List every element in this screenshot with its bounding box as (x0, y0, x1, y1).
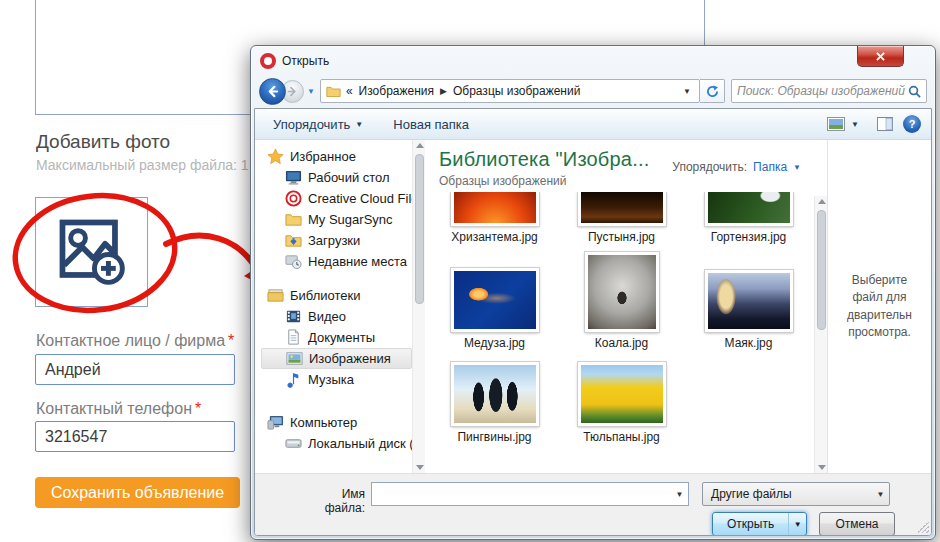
help-icon: ? (909, 118, 916, 130)
cancel-button[interactable]: Отмена (819, 512, 895, 536)
sidebar-group-computer[interactable]: Компьютер (261, 412, 412, 433)
contact-phone-input[interactable] (35, 421, 235, 452)
preview-pane: Выберите файл для дварительн просмотра. (827, 140, 931, 473)
file-item[interactable]: Пустыня.jpg (558, 192, 685, 244)
star-icon (267, 148, 284, 165)
computer-icon (267, 414, 284, 431)
contact-name-label-text: Контактное лицо / фирма (36, 332, 225, 349)
library-subtitle: Образцы изображений (439, 174, 813, 188)
breadcrumb-separator-icon: ▶ (440, 86, 447, 96)
sidebar-item-local-disk[interactable]: Локальный диск (C (261, 433, 412, 454)
help-button[interactable]: ? (903, 115, 921, 133)
save-ad-button[interactable]: Сохранить объявление (35, 477, 240, 508)
file-item[interactable]: Коала.jpg (558, 252, 685, 350)
scroll-up-icon[interactable] (415, 141, 424, 150)
scroll-down-icon[interactable] (817, 463, 826, 472)
group-label: Избранное (290, 149, 356, 164)
filename-label: Имя файла: (303, 487, 365, 515)
views-caret-icon: ▼ (851, 120, 859, 129)
scrollbar-thumb[interactable] (415, 154, 424, 304)
back-button[interactable] (259, 78, 286, 105)
file-item[interactable]: Хризантема.jpg (431, 192, 558, 244)
file-item[interactable]: Тюльпаны.jpg (558, 362, 685, 444)
required-asterisk: * (195, 400, 201, 417)
file-thumbnail (578, 362, 666, 426)
contact-name-label: Контактное лицо / фирма* (36, 332, 234, 350)
sidebar-scrollbar[interactable] (412, 140, 425, 473)
file-grid: Хризантема.jpg Пустыня.jpg Гортензия.jpg (431, 192, 813, 473)
dialog-titlebar[interactable]: Открыть (251, 46, 935, 76)
file-thumbnail (705, 270, 793, 332)
file-thumbnail (578, 192, 666, 226)
item-label: My SugarSync (308, 212, 393, 227)
sidebar-item-music[interactable]: Музыка (261, 369, 412, 390)
back-arrow-icon (266, 85, 279, 98)
file-name: Коала.jpg (595, 336, 648, 350)
filetype-value: Другие файлы (711, 487, 792, 501)
filename-dropdown-caret[interactable]: ▼ (671, 490, 688, 499)
file-name: Маяк.jpg (725, 336, 773, 350)
close-icon (876, 52, 885, 61)
resize-grip[interactable] (917, 521, 929, 533)
contact-name-input[interactable] (35, 354, 235, 385)
creative-cloud-icon (285, 190, 302, 207)
open-split-caret[interactable]: ▼ (788, 513, 806, 535)
documents-icon (285, 329, 302, 346)
music-icon (285, 371, 302, 388)
recent-pages-caret[interactable]: ▼ (307, 87, 315, 96)
change-view-button[interactable]: ▼ (819, 114, 867, 134)
address-dropdown-caret[interactable]: ▼ (680, 87, 694, 96)
open-file-dialog: Открыть ▼ (250, 45, 936, 540)
max-file-size-hint: Максимальный размер файла: 1 (36, 157, 249, 173)
sidebar-item-desktop[interactable]: Рабочий стол (261, 167, 412, 188)
file-thumbnail (451, 362, 539, 426)
contact-phone-label-text: Контактный телефон (36, 400, 192, 417)
file-item[interactable]: Пингвины.jpg (431, 362, 558, 444)
breadcrumb-parent[interactable]: Изображения (359, 84, 434, 98)
arrange-caret-icon[interactable]: ▼ (793, 163, 801, 172)
filename-input[interactable] (372, 483, 671, 505)
file-item[interactable]: Гортензия.jpg (685, 192, 812, 244)
new-folder-button[interactable]: Новая папка (385, 114, 477, 135)
sidebar-group-libraries[interactable]: Библиотеки (261, 285, 412, 306)
organize-label: Упорядочить (273, 117, 350, 132)
search-input[interactable] (737, 84, 908, 98)
open-button[interactable]: Открыть ▼ (712, 512, 807, 536)
preview-pane-icon[interactable] (877, 117, 893, 131)
sidebar-item-creative-cloud[interactable]: Creative Cloud Files (261, 188, 412, 209)
photo-upload-dropzone[interactable] (35, 197, 148, 307)
scroll-down-icon[interactable] (415, 463, 424, 472)
item-label: Локальный диск (C (308, 436, 412, 451)
arrange-by-control: Упорядочить: Папка ▼ (672, 160, 801, 174)
sidebar-group-favorites[interactable]: Избранное (261, 146, 412, 167)
item-label: Creative Cloud Files (308, 191, 412, 206)
add-photo-heading: Добавить фото (36, 131, 170, 153)
breadcrumb[interactable]: « Изображения ▶ Образцы изображений ▼ (320, 79, 700, 103)
refresh-button[interactable] (700, 79, 725, 103)
arrange-value-link[interactable]: Папка (753, 160, 787, 174)
search-icon[interactable] (908, 85, 921, 98)
breadcrumb-chevrons[interactable]: « (346, 84, 353, 98)
sidebar-item-video[interactable]: Видео (261, 306, 412, 327)
file-name: Пустыня.jpg (588, 230, 655, 244)
scrollbar-thumb[interactable] (817, 210, 826, 330)
dialog-footer: Имя файла: ▼ Другие файлы ▼ Открыть ▼ От… (255, 473, 931, 535)
file-item[interactable]: Маяк.jpg (685, 270, 812, 350)
open-button-label[interactable]: Открыть (713, 513, 788, 535)
views-icon (827, 117, 845, 131)
sidebar-item-documents[interactable]: Документы (261, 327, 412, 348)
sidebar-item-downloads[interactable]: Загрузки (261, 230, 412, 251)
filename-combo: ▼ (371, 482, 689, 506)
filetype-select[interactable]: Другие файлы ▼ (702, 482, 890, 506)
item-label: Изображения (309, 351, 391, 366)
sidebar-item-recent-places[interactable]: Недавние места (261, 251, 412, 272)
sidebar-item-sugarsync[interactable]: My SugarSync (261, 209, 412, 230)
file-list-scrollbar[interactable] (814, 196, 827, 473)
file-item[interactable]: Медуза.jpg (431, 268, 558, 350)
search-box (731, 79, 927, 103)
close-button[interactable] (857, 46, 904, 67)
organize-button[interactable]: Упорядочить ▼ (265, 114, 371, 135)
scroll-up-icon[interactable] (817, 197, 826, 206)
breadcrumb-current[interactable]: Образцы изображений (453, 84, 580, 98)
sidebar-item-pictures[interactable]: Изображения (261, 348, 412, 369)
